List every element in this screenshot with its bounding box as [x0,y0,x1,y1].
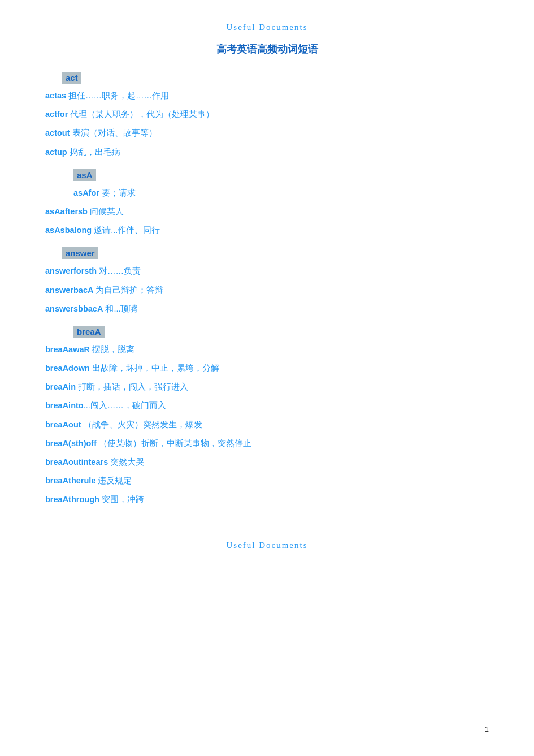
section-label-act: act [62,72,81,84]
entry-breaout: breaAout （战争、火灾）突然发生，爆发 [45,418,489,431]
header: Useful Documents [45,23,489,32]
footer-title: Useful Documents [45,541,489,550]
def-answerbaca: 为自己辩护；答辩 [93,286,163,295]
keyword-breaout: breaAout [45,420,81,429]
keyword-actfor: actfor [45,110,68,119]
def-breathrough: 突围，冲跨 [99,495,144,504]
def-breasthoff: （使某物）折断，中断某事物，突然停止 [97,439,251,448]
section-brea: breaA breaAawaR 摆脱，脱离 breaAdown 出故障，坏掉，中… [45,321,489,507]
entry-breaoutintears: breaAoutintears 突然大哭 [45,456,489,469]
def-actup: 捣乱，出毛病 [67,148,120,157]
entry-asaaftersb: asAaftersb 问候某人 [45,205,489,218]
entry-breadown: breaAdown 出故障，坏掉，中止，累垮，分解 [45,362,489,375]
page-number: 1 [485,725,489,733]
keyword-breatehrule: breaAtherule [45,476,95,485]
entry-breatehrule: breaAtherule 违反规定 [45,474,489,487]
def-answersbbaca: 和...顶嘴 [103,304,137,313]
section-asa: asA asAfor 要；请求 asAaftersb 问候某人 asAsbalo… [45,165,489,237]
keyword-actas: actas [45,91,66,100]
keyword-breaaway: breaAawaR [45,345,90,354]
entry-breathrough: breaAthrough 突围，冲跨 [45,493,489,506]
entry-breaaway: breaAawaR 摆脱，脱离 [45,343,489,356]
keyword-breainto: breaAinto [45,401,84,410]
entry-breasthoff: breaA(sth)off （使某物）折断，中断某事物，突然停止 [45,437,489,450]
keyword-answerbaca: answerbacA [45,286,93,295]
def-breainto: ...闯入……，破门而入 [84,401,166,410]
keyword-answerforsth: answerforsth [45,266,97,275]
keyword-breaoutintears: breaAoutintears [45,457,108,466]
entry-actout: actout 表演（对话、故事等） [45,127,489,140]
entry-actas: actas 担任……职务，起……作用 [45,89,489,102]
keyword-breadown: breaAdown [45,364,90,373]
section-label-answer: answer [62,247,98,259]
keyword-answersbbaca: answersbbacA [45,304,103,313]
def-asaaftersb: 问候某人 [88,207,124,216]
section-answer: answer answerforsth 对……负责 answerbacA 为自己… [45,243,489,316]
def-breaoutintears: 突然大哭 [108,457,144,466]
entry-actfor: actfor 代理（某人职务），代为（处理某事） [45,108,489,121]
def-breadown: 出故障，坏掉，中止，累垮，分解 [90,364,219,373]
entry-asafor: asAfor 要；请求 [73,187,489,200]
keyword-actout: actout [45,128,70,137]
keyword-asafor: asAfor [73,188,99,197]
entry-breain: breaAin 打断，插话，闯入，强行进入 [45,381,489,394]
section-label-asa: asA [73,169,96,181]
def-actout: 表演（对话、故事等） [70,128,157,137]
keyword-breathrough: breaAthrough [45,495,99,504]
def-actfor: 代理（某人职务），代为（处理某事） [68,110,214,119]
def-answerforsth: 对……负责 [97,266,141,275]
entry-answerforsth: answerforsth 对……负责 [45,265,489,278]
section-act: act actas 担任……职务，起……作用 actfor 代理（某人职务），代… [45,67,489,159]
header-title: Useful Documents [45,23,489,32]
keyword-breasthoff: breaA(sth)off [45,439,97,448]
def-actas: 担任……职务，起……作用 [66,91,169,100]
def-breaaway: 摆脱，脱离 [90,345,134,354]
entry-answerbaca: answerbacA 为自己辩护；答辩 [45,284,489,297]
def-breaout: （战争、火灾）突然发生，爆发 [81,420,202,429]
def-asafor: 要；请求 [99,188,136,197]
entry-asasbalong: asAsbalong 邀请...作伴、同行 [45,224,489,237]
def-breain: 打断，插话，闯入，强行进入 [76,382,188,391]
entry-answersbbaca: answersbbacA 和...顶嘴 [45,303,489,316]
keyword-actup: actup [45,148,67,157]
keyword-asasbalong: asAsbalong [45,226,92,235]
def-breatehrule: 违反规定 [95,476,132,485]
section-label-brea: breaA [73,326,105,338]
keyword-breain: breaAin [45,382,76,391]
def-asasbalong: 邀请...作伴、同行 [92,226,160,235]
keyword-asaaftersb: asAaftersb [45,207,88,216]
entry-breainto: breaAinto...闯入……，破门而入 [45,399,489,412]
doc-title: 高考英语高频动词短语 [45,42,489,56]
entry-actup: actup 捣乱，出毛病 [45,146,489,159]
